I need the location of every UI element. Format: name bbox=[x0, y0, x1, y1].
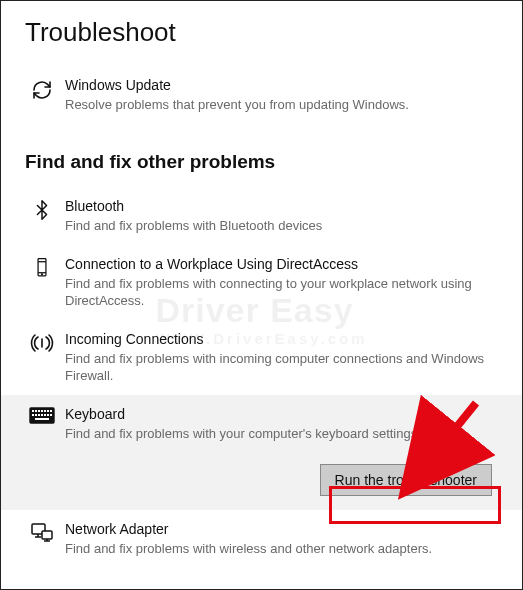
svg-rect-10 bbox=[44, 410, 46, 412]
bluetooth-icon bbox=[25, 197, 59, 221]
item-desc: Find and fix problems with Bluetooth dev… bbox=[65, 217, 492, 235]
troubleshoot-item-bluetooth[interactable]: Bluetooth Find and fix problems with Blu… bbox=[25, 187, 498, 244]
svg-rect-15 bbox=[38, 414, 40, 416]
item-title: Keyboard bbox=[65, 405, 492, 424]
troubleshoot-item-keyboard-selected: Keyboard Find and fix problems with your… bbox=[1, 395, 522, 510]
item-desc: Find and fix problems with wireless and … bbox=[65, 540, 492, 558]
item-desc: Resolve problems that prevent you from u… bbox=[65, 96, 492, 114]
svg-rect-19 bbox=[50, 414, 52, 416]
keyboard-icon bbox=[25, 405, 59, 425]
svg-point-3 bbox=[42, 274, 43, 275]
page-title: Troubleshoot bbox=[25, 17, 498, 48]
troubleshoot-item-network-adapter[interactable]: Network Adapter Find and fix problems wi… bbox=[25, 510, 498, 567]
svg-rect-17 bbox=[44, 414, 46, 416]
svg-rect-18 bbox=[47, 414, 49, 416]
item-title: Incoming Connections bbox=[65, 330, 492, 349]
item-title: Connection to a Workplace Using DirectAc… bbox=[65, 255, 492, 274]
troubleshoot-item-incoming-connections[interactable]: Incoming Connections Find and fix proble… bbox=[25, 320, 498, 395]
troubleshoot-item-directaccess[interactable]: Connection to a Workplace Using DirectAc… bbox=[25, 245, 498, 320]
svg-rect-12 bbox=[50, 410, 52, 412]
sync-icon bbox=[25, 76, 59, 102]
svg-rect-9 bbox=[41, 410, 43, 412]
signal-icon bbox=[25, 330, 59, 354]
svg-rect-20 bbox=[35, 418, 49, 420]
phone-icon bbox=[25, 255, 59, 279]
svg-rect-13 bbox=[32, 414, 34, 416]
item-desc: Find and fix problems with connecting to… bbox=[65, 275, 492, 310]
svg-rect-24 bbox=[42, 531, 52, 539]
troubleshoot-item-windows-update[interactable]: Windows Update Resolve problems that pre… bbox=[25, 66, 498, 123]
svg-rect-7 bbox=[35, 410, 37, 412]
item-desc: Find and fix problems with incoming comp… bbox=[65, 350, 492, 385]
network-adapter-icon bbox=[25, 520, 59, 544]
section-heading: Find and fix other problems bbox=[25, 151, 498, 173]
svg-rect-14 bbox=[35, 414, 37, 416]
item-title: Network Adapter bbox=[65, 520, 492, 539]
svg-rect-8 bbox=[38, 410, 40, 412]
item-desc: Find and fix problems with your computer… bbox=[65, 425, 492, 443]
svg-rect-11 bbox=[47, 410, 49, 412]
item-title: Windows Update bbox=[65, 76, 492, 95]
troubleshoot-item-keyboard[interactable]: Keyboard Find and fix problems with your… bbox=[25, 405, 498, 452]
run-troubleshooter-button[interactable]: Run the troubleshooter bbox=[320, 464, 492, 496]
svg-rect-6 bbox=[32, 410, 34, 412]
item-title: Bluetooth bbox=[65, 197, 492, 216]
svg-rect-16 bbox=[41, 414, 43, 416]
